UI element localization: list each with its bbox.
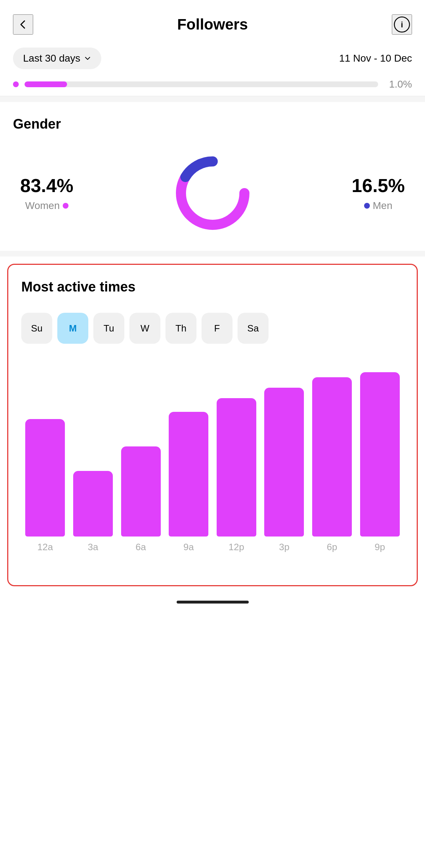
gender-section: Gender 83.4% Women xyxy=(0,102,425,251)
bar-col: 6p xyxy=(308,377,356,553)
bar-label: 6p xyxy=(327,542,337,553)
bar-col: 3p xyxy=(260,388,308,553)
women-dot xyxy=(63,203,68,209)
day-tab-w[interactable]: W xyxy=(129,313,160,344)
info-icon: i xyxy=(393,16,411,33)
page-title: Followers xyxy=(177,16,248,33)
partial-percent: 1.0% xyxy=(389,79,412,90)
bar xyxy=(217,398,256,537)
bar-col: 6a xyxy=(117,446,165,553)
bar-chart: 12a3a6a9a12p3p6p9p xyxy=(21,362,404,571)
header: Followers i xyxy=(0,0,425,42)
day-tab-sa[interactable]: Sa xyxy=(238,313,269,344)
bar xyxy=(73,471,113,537)
day-tab-th[interactable]: Th xyxy=(165,313,196,344)
back-icon xyxy=(17,19,29,30)
day-tab-f[interactable]: F xyxy=(202,313,233,344)
women-percent: 83.4% xyxy=(20,175,73,196)
section-divider xyxy=(0,96,425,102)
donut-chart xyxy=(169,150,256,236)
day-tab-m[interactable]: M xyxy=(57,313,88,344)
partial-bar-fill xyxy=(25,81,67,87)
bar xyxy=(360,372,400,537)
most-active-times-section: Most active times Su M Tu W Th F Sa 12a3… xyxy=(7,264,418,586)
donut-svg xyxy=(169,150,256,236)
bar-col: 12p xyxy=(213,398,261,553)
bar-label: 12a xyxy=(37,542,53,553)
bar xyxy=(121,446,161,537)
bar-label: 9p xyxy=(375,542,385,553)
bar-label: 9a xyxy=(183,542,194,553)
bar xyxy=(169,412,208,537)
date-dropdown[interactable]: Last 30 days xyxy=(13,48,101,69)
women-label: Women xyxy=(25,200,68,212)
women-stat: 83.4% Women xyxy=(20,175,73,212)
date-filter-row: Last 30 days 11 Nov - 10 Dec xyxy=(0,42,425,75)
pink-dot xyxy=(13,81,19,87)
chevron-down-icon xyxy=(84,55,91,62)
active-times-title: Most active times xyxy=(21,279,404,295)
bar-col: 9a xyxy=(165,412,213,553)
bar xyxy=(264,388,304,537)
home-indicator xyxy=(0,593,425,614)
bar-label: 12p xyxy=(229,542,244,553)
home-bar xyxy=(177,601,249,604)
men-label: Men xyxy=(364,200,392,212)
partial-bar xyxy=(25,81,378,87)
bar-label: 6a xyxy=(136,542,146,553)
gender-chart: 83.4% Women 16.5% xyxy=(13,150,412,236)
bar-col: 3a xyxy=(69,471,117,553)
bar xyxy=(312,377,352,537)
bar-label: 3a xyxy=(88,542,98,553)
men-dot xyxy=(364,203,370,209)
back-button[interactable] xyxy=(13,14,33,35)
day-tabs: Su M Tu W Th F Sa xyxy=(21,313,404,344)
bar-col: 9p xyxy=(356,372,404,553)
bar-col: 12a xyxy=(21,419,69,553)
date-range-label: 11 Nov - 10 Dec xyxy=(339,53,412,64)
section-divider-2 xyxy=(0,251,425,257)
day-tab-tu[interactable]: Tu xyxy=(93,313,124,344)
gender-section-title: Gender xyxy=(13,116,412,132)
day-tab-su[interactable]: Su xyxy=(21,313,52,344)
men-stat: 16.5% Men xyxy=(352,175,405,212)
bar xyxy=(25,419,65,537)
date-dropdown-label: Last 30 days xyxy=(23,53,80,64)
men-percent: 16.5% xyxy=(352,175,405,196)
partial-data-row: 1.0% xyxy=(0,75,425,96)
svg-text:i: i xyxy=(401,20,403,29)
bar-label: 3p xyxy=(279,542,289,553)
info-button[interactable]: i xyxy=(392,14,412,35)
svg-point-4 xyxy=(190,171,235,215)
